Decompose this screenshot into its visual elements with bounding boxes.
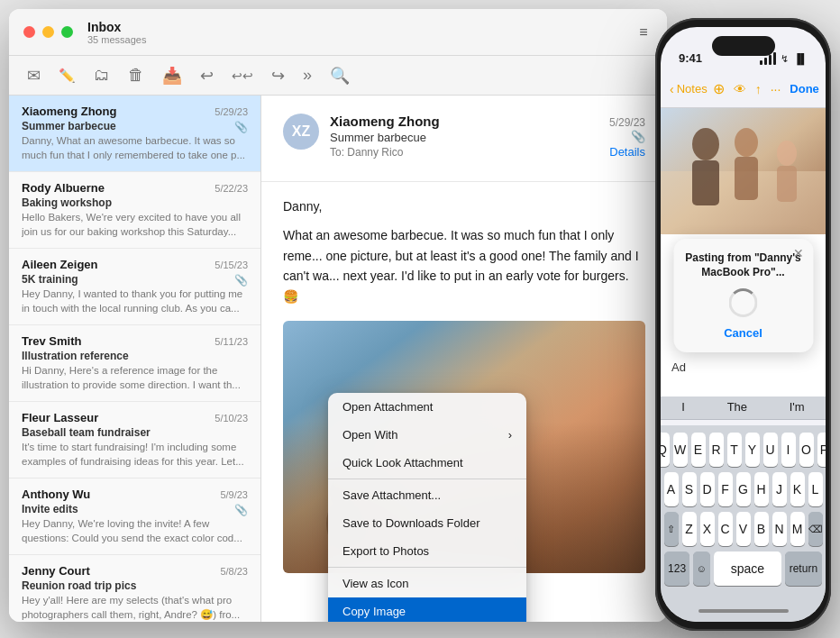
key-c[interactable]: C: [718, 512, 733, 546]
key-k[interactable]: K: [790, 472, 805, 506]
key-b[interactable]: B: [754, 512, 769, 546]
notes-more-icon[interactable]: ···: [771, 82, 781, 96]
details-link[interactable]: Details: [609, 145, 645, 159]
key-shift[interactable]: ⇧: [664, 512, 679, 546]
key-u[interactable]: U: [763, 433, 778, 467]
notes-share-icon[interactable]: ↑: [755, 82, 762, 96]
email-body-text: What an awesome barbecue. It was so much…: [283, 225, 645, 306]
pasting-close-icon[interactable]: ✕: [793, 246, 804, 260]
ctx-view-as-icon[interactable]: View as Icon: [328, 570, 526, 597]
key-delete[interactable]: ⌫: [808, 512, 823, 546]
attachment-icon-0: 📎: [234, 121, 248, 133]
notes-nav-right: ⊕ 👁 ↑ ··· Done: [713, 80, 819, 97]
message-item-1[interactable]: Rody Albuerne 5/22/23 Baking workshop He…: [9, 172, 260, 249]
notes-back-button[interactable]: ‹ Notes: [670, 82, 708, 96]
notes-content: ✕ Pasting from "Danny's MacBook Pro"... …: [661, 108, 826, 396]
msg-preview-0: Danny, What an awesome barbecue. It was …: [22, 134, 248, 162]
move-icon[interactable]: 📥: [162, 66, 182, 86]
ctx-export-photos[interactable]: Export to Photos: [328, 537, 526, 565]
key-f[interactable]: F: [718, 472, 733, 506]
key-i[interactable]: I: [781, 433, 796, 467]
ctx-quick-look[interactable]: Quick Look Attachment: [328, 449, 526, 477]
notes-photo-area: [661, 108, 826, 234]
msg-subject-3: Illustration reference: [22, 350, 248, 362]
trash-icon[interactable]: 🗑: [128, 66, 144, 85]
msg-sender-3: Trev Smith: [22, 334, 81, 348]
message-item-2[interactable]: Aileen Zeigen 5/15/23 5K training Hey Da…: [9, 249, 260, 325]
key-n[interactable]: N: [772, 512, 787, 546]
ctx-open-attachment[interactable]: Open Attachment: [328, 393, 526, 421]
msg-sender-5: Anthony Wu: [22, 488, 90, 501]
notes-view-icon[interactable]: 👁: [734, 82, 746, 96]
ctx-open-with[interactable]: Open With ›: [328, 421, 526, 449]
search-icon[interactable]: 🔍: [330, 66, 350, 86]
keyboard-bottom-row: 123 ☺ space return: [664, 551, 822, 586]
key-123[interactable]: 123: [664, 551, 689, 586]
key-g[interactable]: G: [736, 472, 751, 506]
forward-icon[interactable]: ↪: [271, 66, 285, 86]
ctx-copy-image[interactable]: Copy Image: [328, 597, 526, 622]
key-t[interactable]: T: [727, 433, 742, 467]
key-p[interactable]: P: [817, 433, 826, 467]
notes-text-area[interactable]: Ad: [661, 351, 826, 386]
iphone-screen: 9:41 ↯ ▐▌ ‹ Notes ⊕ 👁 ↑: [661, 27, 826, 622]
msg-date-0: 5/29/23: [215, 106, 248, 117]
svg-rect-9: [692, 160, 719, 205]
minimize-button[interactable]: [42, 26, 54, 38]
key-return[interactable]: return: [785, 551, 822, 586]
message-item-0[interactable]: Xiaomeng Zhong 5/29/23 Summer barbecue D…: [9, 96, 260, 172]
key-e[interactable]: E: [691, 433, 706, 467]
archive-icon[interactable]: 🗂: [94, 66, 110, 85]
key-space[interactable]: space: [714, 551, 781, 586]
new-message-icon[interactable]: ✉: [27, 66, 41, 86]
email-body: Danny, What an awesome barbecue. It was …: [261, 182, 667, 321]
message-item-4[interactable]: Fleur Lasseur 5/10/23 Baseball team fund…: [9, 402, 260, 478]
key-s[interactable]: S: [682, 472, 697, 506]
notes-photo-family: [661, 108, 826, 234]
key-r[interactable]: R: [709, 433, 724, 467]
email-image-container[interactable]: Open Attachment Open With › Quick Look A…: [283, 321, 645, 573]
key-d[interactable]: D: [700, 472, 715, 506]
context-menu: Open Attachment Open With › Quick Look A…: [328, 393, 526, 622]
suggestion-3[interactable]: I'm: [782, 400, 812, 414]
key-h[interactable]: H: [754, 472, 769, 506]
key-x[interactable]: X: [700, 512, 715, 546]
key-a[interactable]: A: [664, 472, 679, 506]
reply-all-icon[interactable]: ↩↩: [232, 68, 253, 83]
ctx-save-downloads[interactable]: Save to Downloads Folder: [328, 509, 526, 537]
key-emoji[interactable]: ☺: [693, 551, 710, 586]
reply-icon[interactable]: ↩: [200, 66, 214, 86]
message-item-5[interactable]: Anthony Wu 5/9/23 Invite edits Hey Danny…: [9, 478, 260, 555]
key-m[interactable]: M: [790, 512, 805, 546]
key-y[interactable]: Y: [745, 433, 760, 467]
filter-icon[interactable]: ≡: [635, 23, 653, 41]
notes-add-icon[interactable]: ⊕: [713, 80, 725, 97]
key-o[interactable]: O: [799, 433, 814, 467]
notes-done-button[interactable]: Done: [790, 82, 819, 96]
message-item-6[interactable]: Jenny Court 5/8/23 Reunion road trip pic…: [9, 555, 260, 622]
msg-subject-6: Reunion road trip pics: [22, 579, 248, 592]
more-icon[interactable]: »: [303, 66, 312, 85]
pasting-cancel-button[interactable]: Cancel: [684, 326, 802, 340]
message-item-3[interactable]: Trev Smith 5/11/23 Illustration referenc…: [9, 325, 260, 402]
compose-icon[interactable]: ✏️: [59, 68, 76, 84]
key-w[interactable]: W: [673, 433, 688, 467]
suggestion-2[interactable]: The: [720, 400, 754, 414]
message-list[interactable]: Xiaomeng Zhong 5/29/23 Summer barbecue D…: [9, 96, 261, 622]
title-info: Inbox 35 messages: [87, 20, 146, 45]
key-z[interactable]: Z: [682, 512, 697, 546]
key-v[interactable]: V: [736, 512, 751, 546]
ctx-separator-2: [328, 567, 526, 568]
notes-nav: ‹ Notes ⊕ 👁 ↑ ··· Done: [661, 70, 826, 108]
key-l[interactable]: L: [808, 472, 823, 506]
suggestion-1[interactable]: I: [674, 400, 692, 414]
key-j[interactable]: J: [772, 472, 787, 506]
email-attachment-icon: 📎: [609, 130, 645, 143]
ctx-save-attachment[interactable]: Save Attachment...: [328, 481, 526, 509]
mail-window: Inbox 35 messages ≡ ✉ ✏️ 🗂 🗑 📥 ↩ ↩↩ ↪ » …: [9, 9, 667, 622]
close-button[interactable]: [23, 26, 35, 38]
key-q[interactable]: Q: [661, 433, 670, 467]
msg-preview-1: Hello Bakers, We're very excited to have…: [22, 211, 248, 239]
email-header-row: XZ Xiaomeng Zhong Summer barbecue To: Da…: [283, 114, 645, 160]
maximize-button[interactable]: [61, 26, 73, 38]
